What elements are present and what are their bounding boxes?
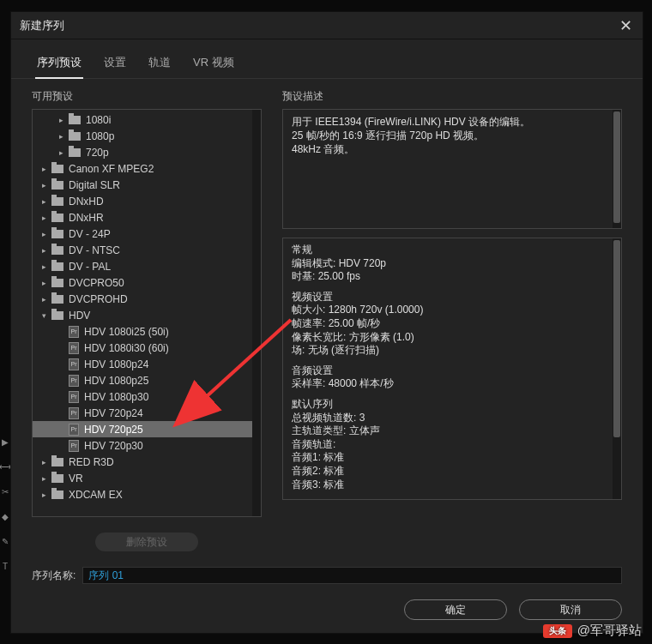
chevron-right-icon[interactable]: ▸ xyxy=(38,163,50,175)
tree-item-label: DVCPROHD xyxy=(69,293,128,305)
tree-folder[interactable]: ▸Digital SLR xyxy=(33,177,261,193)
tree-item-label: HDV 720p25 xyxy=(84,424,143,436)
chevron-right-icon[interactable]: ▸ xyxy=(55,114,67,126)
tree-preset[interactable]: PrHDV 720p25 xyxy=(33,421,261,437)
detail-line: 编辑模式: HDV 720p xyxy=(292,257,613,271)
scrollbar[interactable] xyxy=(613,238,621,499)
detail-line: 默认序列 xyxy=(292,398,613,412)
tree-item-label: 1080p xyxy=(86,130,114,142)
chevron-right-icon[interactable]: ▸ xyxy=(38,228,50,240)
folder-icon xyxy=(69,148,81,157)
tree-item-label: HDV 1080i30 (60i) xyxy=(84,342,169,354)
preset-icon: Pr xyxy=(69,342,79,354)
scrollbar[interactable] xyxy=(252,110,261,516)
tree-preset[interactable]: PrHDV 720p30 xyxy=(33,437,261,454)
description-line: 25 帧/秒的 16:9 逐行扫描 720p HD 视频。 xyxy=(292,129,613,142)
chevron-right-icon[interactable]: ▸ xyxy=(55,130,67,142)
scrollbar[interactable] xyxy=(613,110,621,228)
tree-item-label: HDV 720p24 xyxy=(84,407,143,419)
tree-item-label: 1080i xyxy=(86,114,111,126)
tree-item-label: VR xyxy=(69,472,83,485)
folder-icon xyxy=(51,311,63,320)
ok-button[interactable]: 确定 xyxy=(404,599,507,620)
tree-folder[interactable]: ▸XDCAM EX xyxy=(33,486,261,503)
sequence-name-input[interactable] xyxy=(82,567,622,584)
tree-item-label: DV - PAL xyxy=(69,261,111,273)
tree-folder[interactable]: ▸1080i xyxy=(33,111,261,128)
folder-icon xyxy=(51,491,63,499)
tabs: 序列预设 设置 轨道 VR 视频 xyxy=(11,39,643,79)
preset-tree[interactable]: ▸1080i▸1080p▸720p▸Canon XF MPEG2▸Digital… xyxy=(32,109,262,517)
tree-preset[interactable]: PrHDV 1080p30 xyxy=(33,388,261,405)
tree-item-label: DV - NTSC xyxy=(69,244,120,256)
chevron-right-icon[interactable]: ▸ xyxy=(38,456,50,468)
preset-icon: Pr xyxy=(69,326,79,338)
detail-line: 总视频轨道数: 3 xyxy=(292,412,613,425)
sequence-name-label: 序列名称: xyxy=(32,569,75,583)
tree-preset[interactable]: PrHDV 1080p24 xyxy=(33,356,261,372)
tree-item-label: RED R3D xyxy=(69,456,114,468)
chevron-right-icon[interactable]: ▸ xyxy=(38,196,50,208)
folder-icon xyxy=(51,165,63,173)
folder-icon xyxy=(69,116,81,124)
chevron-right-icon[interactable]: ▸ xyxy=(38,244,50,256)
tab-vr-video[interactable]: VR 视频 xyxy=(191,50,236,78)
tree-folder[interactable]: ▸720p xyxy=(33,144,261,160)
tree-preset[interactable]: PrHDV 1080p25 xyxy=(33,372,261,388)
chevron-right-icon[interactable]: ▸ xyxy=(38,277,50,289)
tree-folder[interactable]: ▸Canon XF MPEG2 xyxy=(33,160,261,177)
tree-folder[interactable]: ▸DV - PAL xyxy=(33,258,261,274)
folder-icon xyxy=(69,132,81,141)
tree-folder[interactable]: ▸DNxHR xyxy=(33,209,261,226)
folder-icon xyxy=(51,474,63,483)
tree-folder[interactable]: ▸DVCPROHD xyxy=(33,291,261,307)
tab-settings[interactable]: 设置 xyxy=(102,50,128,78)
tab-tracks[interactable]: 轨道 xyxy=(147,50,172,78)
delete-preset-button: 删除预设 xyxy=(95,533,198,551)
tree-folder[interactable]: ▸RED R3D xyxy=(33,454,261,470)
detail-line: 帧速率: 25.00 帧/秒 xyxy=(292,317,613,331)
detail-line: 场: 无场 (逐行扫描) xyxy=(292,344,613,358)
preset-icon: Pr xyxy=(69,391,79,403)
detail-line: 时基: 25.00 fps xyxy=(292,270,613,284)
tree-item-label: HDV xyxy=(69,310,90,322)
close-icon[interactable]: ✕ xyxy=(617,16,634,35)
folder-icon xyxy=(51,230,63,238)
tool-icon: ✎ xyxy=(2,537,9,546)
preset-icon: Pr xyxy=(69,375,79,387)
chevron-right-icon[interactable]: ▸ xyxy=(38,472,50,485)
detail-line: 音频设置 xyxy=(292,364,613,378)
dialog-title: 新建序列 xyxy=(20,18,64,33)
tree-item-label: XDCAM EX xyxy=(69,489,123,501)
folder-icon xyxy=(51,262,63,271)
tree-folder[interactable]: ▸DNxHD xyxy=(33,193,261,209)
tree-folder[interactable]: ▸DV - NTSC xyxy=(33,242,261,258)
preset-icon: Pr xyxy=(69,424,79,436)
detail-line: 音频轨道: xyxy=(292,438,613,452)
new-sequence-dialog: 新建序列 ✕ 序列预设 设置 轨道 VR 视频 可用预设 ▸1080i▸1080… xyxy=(10,11,643,634)
cancel-button[interactable]: 取消 xyxy=(519,599,622,620)
chevron-down-icon[interactable]: ▾ xyxy=(38,310,50,322)
chevron-right-icon[interactable]: ▸ xyxy=(38,293,50,305)
tree-folder[interactable]: ▸DVCPRO50 xyxy=(33,274,261,291)
tree-folder[interactable]: ▾HDV xyxy=(33,307,261,323)
watermark-logo: 头条 xyxy=(543,624,572,638)
tab-sequence-presets[interactable]: 序列预设 xyxy=(35,50,83,79)
tree-folder[interactable]: ▸VR xyxy=(33,470,261,486)
tree-item-label: DNxHR xyxy=(69,212,104,224)
tree-preset[interactable]: PrHDV 720p24 xyxy=(33,405,261,421)
chevron-right-icon[interactable]: ▸ xyxy=(38,212,50,224)
chevron-right-icon[interactable]: ▸ xyxy=(55,147,67,159)
detail-line: 主轨道类型: 立体声 xyxy=(292,424,613,438)
tree-preset[interactable]: PrHDV 1080i25 (50i) xyxy=(33,323,261,340)
tree-folder[interactable]: ▸1080p xyxy=(33,128,261,144)
chevron-right-icon[interactable]: ▸ xyxy=(38,179,50,191)
detail-line: 音频1: 标准 xyxy=(292,451,613,465)
chevron-right-icon[interactable]: ▸ xyxy=(38,489,50,501)
chevron-right-icon[interactable]: ▸ xyxy=(38,261,50,273)
tree-preset[interactable]: PrHDV 1080i30 (60i) xyxy=(33,340,261,356)
preset-icon: Pr xyxy=(69,407,79,419)
detail-line: 常规 xyxy=(292,244,613,257)
app-left-toolbar: ▶ ⟷ ✂ ◆ ✎ T xyxy=(0,437,10,571)
tree-folder[interactable]: ▸DV - 24P xyxy=(33,226,261,242)
